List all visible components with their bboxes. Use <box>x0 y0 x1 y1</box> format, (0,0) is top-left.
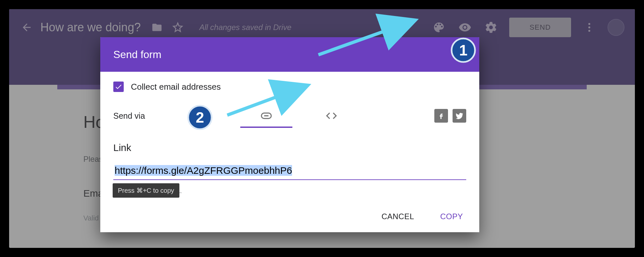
dialog-title: Send form <box>113 49 161 61</box>
copy-button[interactable]: COPY <box>437 209 466 224</box>
twitter-share-icon[interactable] <box>453 109 466 123</box>
send-via-link-tab[interactable] <box>234 106 299 126</box>
send-form-dialog: Send form Collect email addresses Send v… <box>100 37 479 232</box>
send-via-email-tab[interactable] <box>169 106 234 126</box>
link-section-title: Link <box>113 142 466 153</box>
close-icon[interactable] <box>453 48 466 61</box>
send-via-label: Send via <box>113 111 169 121</box>
send-via-embed-tab[interactable] <box>299 106 364 126</box>
collect-emails-checkbox[interactable] <box>113 82 124 92</box>
dialog-header: Send form <box>100 37 479 72</box>
copy-tooltip: Press ⌘+C to copy <box>113 183 179 198</box>
facebook-share-icon[interactable] <box>434 109 448 123</box>
link-input[interactable]: https://forms.gle/A2gZFRGGPmoebhhP6 <box>113 163 466 180</box>
collect-emails-label: Collect email addresses <box>131 82 221 92</box>
cancel-button[interactable]: CANCEL <box>378 209 417 224</box>
send-via-tabs: Send via <box>113 106 466 128</box>
